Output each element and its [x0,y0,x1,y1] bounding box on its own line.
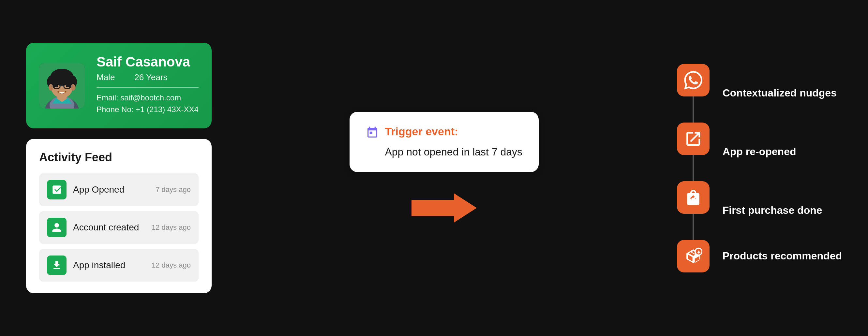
activity-title: Activity Feed [39,150,198,164]
profile-meta: Male 26 Years [96,72,198,82]
activity-item-time: 12 days ago [152,261,191,270]
profile-divider [96,87,198,88]
list-item: Account created 12 days ago [39,211,198,244]
list-item: App Opened 7 days ago [39,173,198,206]
right-item: First purchase done [677,181,823,240]
activity-item-label: App installed [73,260,145,270]
trigger-card: Trigger event: App not opened in last 7 … [349,112,539,172]
svg-marker-18 [411,193,477,223]
right-item: Contextualized nudges [677,64,837,123]
right-item-connector [677,123,710,181]
right-item-label: Products recommended [722,250,842,262]
svg-point-17 [66,85,68,87]
arrow-container [411,192,477,224]
svg-point-9 [49,84,53,91]
profile-gender: Male [96,72,115,82]
box-icon-box: ✦ [677,240,710,272]
connector-line [692,97,694,123]
left-panel: Saif Casanova Male 26 Years Email: saif@… [26,43,212,293]
svg-point-10 [71,84,75,91]
activity-list: App Opened 7 days ago Account created 12… [39,173,198,281]
app-installed-icon [47,256,66,275]
right-panel: Contextualized nudges App re-opened [677,64,842,272]
list-item: App installed 12 days ago [39,249,198,281]
profile-card: Saif Casanova Male 26 Years Email: saif@… [26,43,212,128]
trigger-label: Trigger event: [385,125,458,138]
right-item-connector: ✦ [677,240,710,272]
trigger-text: App not opened in last 7 days [385,145,522,159]
main-container: Saif Casanova Male 26 Years Email: saif@… [0,0,868,336]
activity-card: Activity Feed App Opened 7 days ago [26,139,212,293]
trigger-header: Trigger event: [366,125,522,142]
account-created-icon [47,218,66,237]
profile-email: Email: saif@bootch.com [96,93,198,102]
right-item-label: Contextualized nudges [722,87,837,99]
profile-name: Saif Casanova [96,55,198,69]
calendar-icon [366,126,379,142]
right-item-connector [677,181,710,240]
right-item: ✦ Products recommended [677,240,842,272]
profile-info: Saif Casanova Male 26 Years Email: saif@… [96,55,198,116]
activity-item-label: Account created [73,222,145,233]
external-link-icon-box [677,123,710,155]
right-item-connector [677,64,710,123]
shopping-bag-icon-box [677,181,710,214]
middle-section: Trigger event: App not opened in last 7 … [231,112,657,225]
right-item: App re-opened [677,123,796,181]
activity-item-label: App Opened [73,184,149,195]
svg-text:✦: ✦ [696,249,701,255]
svg-point-16 [56,85,58,87]
connector-line [692,214,694,240]
right-item-label: App re-opened [722,146,796,158]
whatsapp-icon-box [677,64,710,97]
app-opened-icon [47,180,66,199]
right-item-label: First purchase done [722,204,823,216]
activity-item-time: 7 days ago [156,186,191,194]
profile-phone: Phone No: +1 (213) 43X-XX4 [96,105,198,114]
profile-age: 26 Years [134,72,167,82]
activity-item-time: 12 days ago [152,223,191,232]
svg-point-8 [52,69,72,80]
avatar [39,63,85,108]
connector-line [692,155,694,181]
right-arrow-icon [411,192,477,224]
